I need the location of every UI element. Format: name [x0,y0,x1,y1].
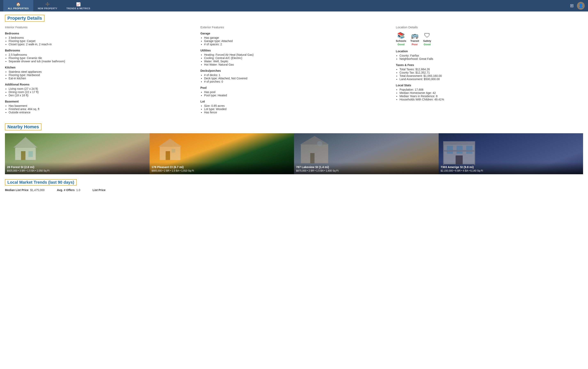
list-item: Dining room (22 x 17 ft) [9,90,192,94]
avg-offers-stat: Avg. # Offers 1.0 [57,188,80,192]
avg-offers-label: Avg. # Offers [57,188,75,192]
grid-view-icon[interactable]: ⊞ [570,3,574,8]
garage-group: Garage Has garage Garage type: Attached … [200,32,388,46]
list-item: Cooling: Central A/C (Electric) [204,56,388,60]
list-item: Finished area: 464 sq. ft [9,107,192,111]
median-list-price-stat: Median List Price $1,475,000 [5,188,44,192]
nearby-homes-title: Nearby Homes [5,123,42,130]
schools-label: Schools [396,39,406,42]
interior-section-label: Interior Features [5,25,192,29]
list-item: Has basement [9,104,192,107]
home-details: $905,000 • 2 BR • 1.5 BA • 1,910 Sq Ft [152,169,292,172]
schools-status: Good [398,43,405,46]
list-item: Has fence [204,111,388,114]
list-item: 2.5 bathrooms [9,53,192,56]
avg-offers-value: 1.0 [76,188,80,192]
list-item: Neighborhood: Great Falls [399,57,583,61]
decks-group: Decks/porches # of decks: 1 Deck type: A… [200,69,388,83]
list-item: 3 bedrooms [9,36,192,39]
median-list-price-label: Median List Price [5,188,29,192]
list-item: Flooring type: Hardwood [9,73,192,77]
nearby-home-card-2[interactable]: 178 Pleasant Ct (6.7 mi) $905,000 • 2 BR… [150,133,294,174]
home-address: 7303 Amerige St (9.8 mi) [441,165,581,169]
svg-rect-10 [310,153,315,163]
transit-status: Poor [411,43,418,46]
bathrooms-title: Bathrooms [5,49,192,52]
list-item: # of decks: 1 [204,73,388,77]
nearby-home-card-1[interactable]: 28 Forest St (2.8 mi) $925,000 • 3 BR • … [5,133,150,174]
list-item: # of porches: 0 [204,80,388,83]
svg-marker-5 [158,139,182,147]
home-details: $925,000 • 3 BR • 1.5 BA • 2,050 Sq Ft [7,169,147,172]
basement-title: Basement [5,100,192,103]
lot-group: Lot Size: 0.85 acres Lot type: Wooded Ha… [200,100,388,114]
nav-item-trends-metrics[interactable]: 📈 TRENDS & METRICS [62,0,95,11]
list-item: Has pool [204,90,388,94]
list-item: Living room (27 x 24 ft) [9,87,192,90]
home-card-overlay: 787 Lakeview St (1.4 mi) $875,000 • 2 BR… [294,162,439,174]
local-market-title: Local Market Trends (last 90 days) [5,179,77,185]
property-details-grid: Interior Features Bedrooms 3 bedrooms Fl… [5,25,583,117]
main-content: Property Details Interior Features Bedro… [0,11,588,195]
lot-title: Lot [200,100,388,103]
property-details-title: Property Details [5,15,44,22]
pool-title: Pool [200,86,388,89]
utilities-title: Utilities [200,49,388,52]
svg-rect-6 [166,151,170,160]
list-item: County: Fairfax [399,54,583,57]
svg-marker-1 [13,137,37,148]
svg-rect-3 [28,151,33,157]
median-list-price-value: $1,475,000 [30,188,44,192]
safety-status: Good [424,43,431,46]
list-price-stat: List Price [93,188,105,192]
local-stats-title: Local Stats [396,84,583,87]
bedrooms-title: Bedrooms [5,32,192,35]
exterior-features-column: Exterior Features Garage Has garage Gara… [200,25,388,117]
list-item: Water: Well, Septic [204,60,388,63]
home-address: 787 Lakeview St (1.4 mi) [296,165,437,169]
taxes-title: Taxes & Fees [396,63,583,67]
location-details-column: Location Details 📚 Schools Good 🚌 Transi… [396,25,583,117]
bedrooms-group: Bedrooms 3 bedrooms Flooring type: Carpe… [5,32,192,46]
list-item: Deck type: Attached, Not Covered [204,77,388,80]
transit-icon: 🚌 [411,32,419,39]
kitchen-group: Kitchen Stainless steel appliances Floor… [5,66,192,80]
nav-item-new-property[interactable]: ➕ NEW PROPERTY [33,0,62,11]
home-icon: 🏠 [16,2,21,7]
location-group-title: Location [396,50,583,53]
transit-label: Transit [410,39,419,42]
bathrooms-group: Bathrooms 2.5 bathrooms Flooring type: C… [5,49,192,63]
nav-item-all-properties[interactable]: 🏠 ALL PROPERTIES [3,0,33,11]
home-address: 178 Pleasant Ct (6.7 mi) [152,165,292,169]
list-item: Closet types: 2 walk-in, 2 reach-in [9,43,192,46]
garage-title: Garage [200,32,388,35]
list-item: County Tax: $12,352.71 [399,71,583,74]
market-stats-row: Median List Price $1,475,000 Avg. # Offe… [5,188,583,192]
svg-rect-16 [466,146,472,154]
list-item: Hot Water: Natural Gas [204,63,388,66]
nearby-home-card-3[interactable]: 787 Lakeview St (1.4 mi) $875,000 • 2 BR… [294,133,439,174]
nearby-home-card-4[interactable]: 7303 Amerige St (9.8 mi) $2,150,000 • 6 … [439,133,583,174]
list-item: Size: 0.85 acres [204,104,388,107]
additional-rooms-group: Additional Rooms Living room (27 x 24 ft… [5,83,192,97]
list-item: Den (18 x 16 ft) [9,94,192,97]
list-item: Eat-in kitchen [9,77,192,80]
exterior-section-label: Exterior Features [200,25,388,29]
trends-icon: 📈 [76,2,81,7]
svg-rect-18 [443,150,475,152]
svg-rect-7 [171,149,175,153]
nearby-homes-grid: 28 Forest St (2.8 mi) $925,000 • 3 BR • … [5,133,583,174]
list-item: Land Assessment: $500,000.00 [399,78,583,81]
additional-rooms-title: Additional Rooms [5,83,192,86]
utilities-group: Utilities Heating: Forced Air Heat (Natu… [200,49,388,66]
list-item: Garage type: Attached [204,39,388,43]
list-item: Flooring type: Carpet [9,39,192,43]
home-details: $875,000 • 2 BR • 1.5 BA • 1,600 Sq Ft [296,169,437,172]
list-item: Separate shower and tub (master bathroom… [9,60,192,63]
schools-rating: 📚 Schools Good [396,32,406,46]
svg-rect-20 [474,141,475,165]
nav-bar: 🏠 ALL PROPERTIES ➕ NEW PROPERTY 📈 TRENDS… [0,0,588,11]
user-avatar[interactable]: 👤 [577,2,585,10]
plus-icon: ➕ [45,2,50,7]
safety-icon: 🛡 [424,32,430,39]
